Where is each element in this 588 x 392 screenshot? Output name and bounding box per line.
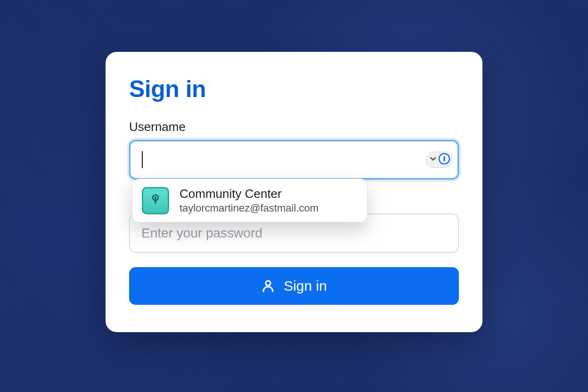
username-input-wrapper: Community Center taylorcmartinez@fastmai… [129,140,459,180]
autofill-suggestion[interactable]: Community Center taylorcmartinez@fastmai… [132,179,368,222]
autofill-site-name: Community Center [180,187,318,201]
username-label: Username [129,120,459,134]
vault-icon [142,187,169,214]
username-input[interactable] [129,140,459,180]
svg-point-5 [266,281,270,286]
page-title: Sign in [129,75,459,103]
svg-rect-4 [155,198,156,204]
signin-card: Sign in Username Community Center [106,52,482,332]
svg-rect-1 [443,156,445,162]
password-manager-badge[interactable] [426,152,452,168]
signin-button-label: Sign in [284,278,327,294]
text-caret [142,151,143,168]
signin-button[interactable]: Sign in [129,267,459,305]
autofill-text: Community Center taylorcmartinez@fastmai… [180,187,318,214]
autofill-username: taylorcmartinez@fastmail.com [180,202,318,214]
user-icon [261,278,275,294]
chevron-down-icon [428,154,438,165]
onepassword-icon [439,153,450,166]
